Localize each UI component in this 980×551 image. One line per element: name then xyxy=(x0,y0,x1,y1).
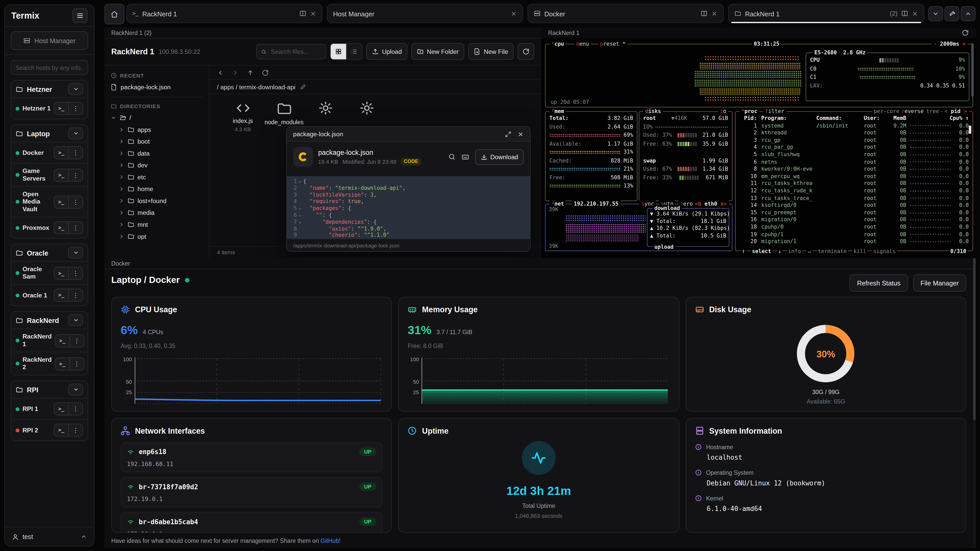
file-tile-node-modules[interactable]: node_modules xyxy=(264,100,304,125)
list-view-button[interactable] xyxy=(346,44,362,59)
tree-root[interactable]: / xyxy=(110,111,202,124)
expand-button[interactable] xyxy=(961,6,976,21)
terminal-scrollbar[interactable] xyxy=(971,43,974,97)
host-row[interactable]: Game Servers >_ ⋮ xyxy=(11,163,88,186)
close-icon[interactable] xyxy=(310,10,316,16)
tab-host-manager[interactable]: Host Manager xyxy=(327,4,523,23)
host-menu-button[interactable]: ⋮ xyxy=(68,222,83,233)
split-view-icon[interactable] xyxy=(700,10,708,17)
disks-io-label[interactable]: io xyxy=(718,108,728,114)
collapse-all-button[interactable] xyxy=(928,6,943,21)
process-row[interactable]: 1 systemd /sbin/init root 9.2M 0.0 xyxy=(735,122,972,129)
split-view-icon[interactable] xyxy=(901,10,908,17)
group-header[interactable]: RackNerd xyxy=(11,312,88,329)
host-menu-button[interactable]: ⋮ xyxy=(69,358,83,370)
btop-preset-label[interactable]: preset * xyxy=(598,41,628,47)
chevron-up-icon[interactable] xyxy=(81,534,87,540)
host-row[interactable]: Docker >_ ⋮ xyxy=(11,142,88,163)
keyboard-icon[interactable] xyxy=(461,153,469,161)
host-menu-button[interactable]: ⋮ xyxy=(68,289,83,301)
host-terminal-button[interactable]: >_ xyxy=(54,169,68,181)
process-list[interactable]: 1 systemd /sbin/init root 9.2M 0.0 2 xyxy=(735,122,972,245)
host-menu-button[interactable]: ⋮ xyxy=(68,424,83,436)
new-file-button[interactable]: New File xyxy=(468,43,514,60)
proc-scrollbar[interactable] xyxy=(969,125,971,134)
group-collapse-button[interactable] xyxy=(68,127,83,140)
host-menu-button[interactable]: ⋮ xyxy=(68,169,83,181)
edit-path-icon[interactable] xyxy=(300,84,306,90)
host-terminal-button[interactable]: >_ xyxy=(54,103,68,114)
proc-info-label[interactable]: info xyxy=(787,248,802,254)
tree-directory[interactable]: lost+found xyxy=(110,195,202,207)
group-collapse-button[interactable] xyxy=(68,83,83,95)
code-viewer[interactable]: 1⌄{ 2 "name": "termix-download-api", 3 "… xyxy=(287,176,530,239)
host-row[interactable]: Oracle Sam >_ ⋮ xyxy=(11,261,88,284)
upload-button[interactable]: Upload xyxy=(366,43,407,60)
group-collapse-button[interactable] xyxy=(68,384,83,395)
refresh-files-button[interactable] xyxy=(517,43,535,60)
sidebar-menu-button[interactable] xyxy=(73,8,88,23)
host-terminal-button[interactable]: >_ xyxy=(56,358,69,370)
host-menu-button[interactable]: ⋮ xyxy=(68,196,83,208)
proc-kill-label[interactable]: kill xyxy=(853,248,868,254)
process-row[interactable]: 2 kthreadd root 0B 0.0 xyxy=(735,129,972,137)
host-terminal-button[interactable]: >_ xyxy=(54,424,68,436)
close-icon[interactable] xyxy=(517,131,524,137)
process-row[interactable]: 16 migration/0 root 0B 0.0 xyxy=(735,216,972,224)
breadcrumb[interactable]: / apps / termix-download-api xyxy=(209,80,541,94)
tree-directory[interactable]: opt xyxy=(110,230,202,243)
tree-directory[interactable]: home xyxy=(110,183,202,195)
file-manager-button[interactable]: File Manager xyxy=(913,274,966,292)
group-collapse-button[interactable] xyxy=(68,247,83,259)
group-header[interactable]: Laptop xyxy=(11,125,88,142)
tree-directory[interactable]: boot xyxy=(110,135,202,148)
proc-filter-label[interactable]: filter xyxy=(763,108,786,114)
host-search-input[interactable] xyxy=(11,60,88,75)
tree-directory[interactable]: media xyxy=(110,207,202,219)
host-terminal-button[interactable]: >_ xyxy=(54,222,68,233)
proc-select-label[interactable]: select xyxy=(751,248,773,254)
host-terminal-button[interactable]: >_ xyxy=(56,334,69,346)
download-button[interactable]: Download xyxy=(475,149,524,165)
tab-terminal-racknerd1[interactable]: >_ RackNerd 1 xyxy=(126,4,323,23)
split-view-icon[interactable] xyxy=(299,10,306,17)
file-tile-config2[interactable] xyxy=(347,100,386,116)
close-icon[interactable] xyxy=(912,10,918,16)
tree-directory[interactable]: dev xyxy=(110,159,202,171)
process-row[interactable]: 14 ksoftirqd/0 root 0B 0.0 xyxy=(735,202,972,209)
host-row[interactable]: RPI 1 >_ ⋮ xyxy=(11,398,88,419)
process-row[interactable]: 20 migration/1 root 0B 0.0 xyxy=(735,238,972,245)
host-terminal-button[interactable]: >_ xyxy=(54,147,68,159)
host-row[interactable]: RackNerd 2 >_ ⋮ xyxy=(11,352,88,375)
tree-directory[interactable]: apps xyxy=(110,124,202,136)
process-row[interactable]: 5 slub_flushwq root 0B 0.0 xyxy=(735,151,972,159)
file-tile-indexjs[interactable]: index.js 4.3 KB xyxy=(223,100,262,132)
tree-directory[interactable]: mnt xyxy=(110,219,202,230)
sidebar-footer[interactable]: test xyxy=(5,527,94,546)
proc-reverse-label[interactable]: reverse xyxy=(899,108,925,114)
process-row[interactable]: 8 kworker/0:0H-eve root 0B 0.0 xyxy=(735,165,972,173)
host-manager-button[interactable]: Host Manager xyxy=(11,31,88,50)
reconnect-icon[interactable] xyxy=(962,29,969,36)
host-row[interactable]: RackNerd 1 >_ ⋮ xyxy=(11,329,88,352)
process-row[interactable]: 10 mm_percpu_wq root 0B 0.0 xyxy=(735,173,972,180)
github-link[interactable]: GitHub! xyxy=(321,537,341,544)
btop-menu-label[interactable]: menu xyxy=(574,41,591,47)
process-row[interactable]: 18 cpuhp/0 root 0B 0.0 xyxy=(735,224,972,231)
refresh-status-button[interactable]: Refresh Status xyxy=(850,274,908,292)
host-menu-button[interactable]: ⋮ xyxy=(68,147,83,159)
tab-docker[interactable]: Docker xyxy=(528,4,724,23)
btop-interval[interactable]: - 2000ms + xyxy=(932,41,967,47)
host-menu-button[interactable]: ⋮ xyxy=(68,267,83,279)
host-terminal-button[interactable]: >_ xyxy=(54,196,68,208)
tree-directory[interactable]: etc xyxy=(110,171,202,183)
host-menu-button[interactable]: ⋮ xyxy=(68,103,83,114)
host-row[interactable]: Oracle 1 >_ ⋮ xyxy=(11,284,88,305)
home-button[interactable] xyxy=(104,4,124,24)
process-row[interactable]: 4 rcu_par_gp root 0B 0.0 xyxy=(735,144,972,151)
new-folder-button[interactable]: New Folder xyxy=(411,43,465,60)
host-row[interactable]: Hetzner 1 >_ ⋮ xyxy=(11,97,88,119)
proc-percore-label[interactable]: per-core xyxy=(872,108,901,114)
back-icon[interactable] xyxy=(217,69,224,76)
maximize-icon[interactable] xyxy=(505,131,511,137)
